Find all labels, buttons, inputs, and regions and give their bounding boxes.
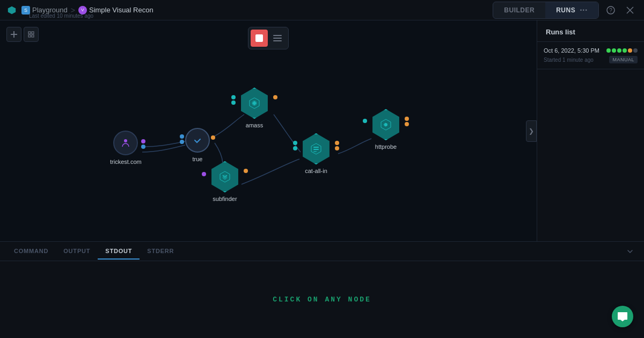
run-date: Oct 6, 2022, 5:30 PM [544,47,599,54]
project-label: Simple Visual Recon [89,6,153,14]
amass-output-dot [273,95,277,99]
svg-point-15 [124,139,127,142]
sidebar-collapse-button[interactable]: ❯ [526,120,537,142]
svg-rect-12 [273,35,282,36]
svg-rect-19 [313,149,319,150]
tab-builder[interactable]: BUILDER [493,2,545,18]
svg-rect-6 [13,31,14,38]
dot-3 [617,48,621,53]
httprobe-input-dot [363,119,367,123]
select-tool-button[interactable] [251,30,268,47]
httprobe-label: httprobe [375,143,397,150]
cat-all-in-hex [301,133,332,164]
tab-command[interactable]: COMMAND [6,243,56,260]
last-edited: Last edited 10 minutes ago [29,13,93,19]
svg-marker-0 [8,6,16,13]
amass-input-dot-1 [231,95,236,99]
bottom-content: CLICK ON ANY NODE [0,261,644,338]
tab-stdout[interactable]: STDOUT [98,243,140,260]
dot-4 [623,48,627,53]
svg-rect-14 [273,40,282,41]
bottom-expand-button[interactable] [623,244,638,259]
run-status-dots [606,48,638,53]
httprobe-output-dot-2 [405,122,409,126]
subfinder-label: subfinder [213,196,237,202]
node-trickest[interactable]: trickest.com [110,131,142,165]
canvas-toolbar [248,27,289,49]
help-button[interactable]: ? [603,3,618,18]
cat-input-dot-1 [293,141,297,145]
svg-point-21 [384,123,387,126]
runs-sidebar: Runs list Oct 6, 2022, 5:30 PM Started 1… [537,20,644,241]
amass-input-dot-2 [231,100,236,105]
dot-1 [606,48,611,53]
dot-6 [633,48,638,53]
header: S Playground > V Simple Visual Recon Las… [0,0,644,20]
cat-output-dot-1 [335,141,339,145]
run-started: Started 1 minute ago [544,57,594,63]
close-button[interactable] [623,3,638,18]
dot-5 [628,48,632,53]
true-label: true [193,156,203,162]
httprobe-output-dot-1 [405,117,409,121]
canvas-area: trickest.com true [0,20,537,241]
svg-rect-20 [313,151,317,152]
node-amass[interactable]: amass [239,88,270,128]
view-tabs: BUILDER RUNS ··· [493,2,599,19]
svg-text:?: ? [609,8,612,13]
list-tool-button[interactable] [269,30,286,47]
runs-list-header: Runs list [537,20,644,42]
trickest-dot-2 [141,145,145,149]
zoom-out-button[interactable] [6,27,21,42]
svg-rect-9 [28,35,31,37]
subfinder-input-dot [202,172,206,176]
cat-all-in-label: cat-all-in [305,168,327,174]
svg-rect-11 [255,34,263,42]
subfinder-hex [209,161,240,192]
node-subfinder[interactable]: subfinder [209,161,240,202]
tab-stderr[interactable]: STDERR [140,243,181,260]
true-input-dot-2 [180,140,184,144]
chat-button[interactable] [612,306,633,327]
trickest-label: trickest.com [110,159,142,165]
node-cat-all-in[interactable]: cat-all-in [301,133,332,174]
cat-input-dot-2 [293,146,297,150]
node-httprobe[interactable]: httprobe [370,109,401,150]
true-circle [185,128,210,153]
bottom-panel: COMMAND OUTPUT STDOUT STDERR CLICK ON AN… [0,241,644,338]
svg-rect-18 [313,147,319,148]
amass-hex [239,88,270,119]
dot-2 [612,48,616,53]
click-node-message: CLICK ON ANY NODE [273,296,371,304]
tab-runs[interactable]: RUNS ··· [545,2,598,18]
bottom-tabs: COMMAND OUTPUT STDOUT STDERR [0,242,644,261]
cat-output-dot-2 [335,146,339,150]
svg-rect-7 [28,32,31,34]
subfinder-output-dot [244,169,248,173]
header-actions: BUILDER RUNS ··· ? [493,2,638,19]
canvas-view-controls [6,27,39,42]
amass-label: amass [246,122,263,128]
run-item[interactable]: Oct 6, 2022, 5:30 PM Started 1 minute ag… [537,42,644,69]
trickest-dot-1 [141,139,145,143]
node-true[interactable]: true [185,128,210,162]
tab-output[interactable]: OUTPUT [56,243,98,260]
httprobe-hex [370,109,401,140]
svg-rect-13 [273,38,282,39]
runs-ellipsis: ··· [580,5,588,15]
app-logo [6,5,17,16]
run-item-header: Oct 6, 2022, 5:30 PM [544,47,638,54]
run-badge: MANUAL [609,56,638,63]
run-item-footer: Started 1 minute ago MANUAL [544,56,638,63]
main-layout: trickest.com true [0,20,644,241]
svg-rect-8 [32,32,34,34]
trickest-circle [113,131,138,155]
fit-view-button[interactable] [24,27,39,42]
true-input-dot [180,134,184,139]
svg-rect-10 [32,35,34,37]
connections-svg [0,20,537,241]
true-output-dot [211,135,215,140]
